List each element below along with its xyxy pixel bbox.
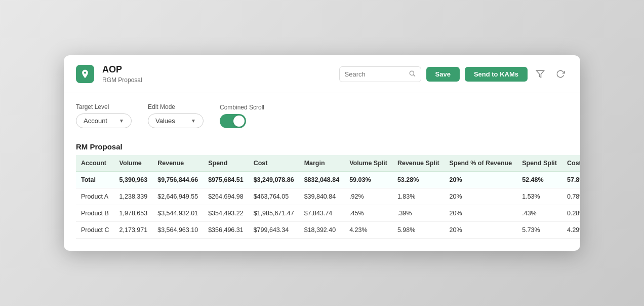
refresh-button[interactable] [553, 67, 568, 81]
col-header-volume: Volume [114, 155, 153, 172]
app-title: AOP [102, 64, 331, 75]
cell-r2-c9: .43% [517, 205, 562, 221]
cell-r1-c3: $264,694.98 [203, 188, 249, 205]
cell-r0-c6: 59.03% [344, 171, 392, 188]
combined-scroll-toggle[interactable] [220, 114, 246, 128]
cell-r2-c1: 1,978,653 [114, 205, 153, 221]
save-button[interactable]: Save [426, 67, 460, 82]
table-row: Product C2,173,971$3,564,963.10$356,496.… [76, 221, 580, 238]
data-table: Account Volume Revenue Spend Cost Margin… [76, 155, 580, 239]
cell-r1-c5: $39,840.84 [299, 188, 345, 205]
col-header-spend-pct: Spend % of Revenue [445, 155, 517, 172]
cell-r2-c4: $1,985,671.47 [249, 205, 299, 221]
edit-mode-label: Edit Mode [148, 103, 204, 110]
cell-r0-c2: $9,756,844.66 [152, 171, 203, 188]
col-header-volume-split: Volume Split [344, 155, 392, 172]
cell-r2-c2: $3,544,932.01 [152, 205, 203, 221]
cell-r3-c1: 2,173,971 [114, 221, 153, 238]
cell-r2-c8: 20% [445, 205, 517, 221]
cell-r3-c4: $799,643.34 [249, 221, 299, 238]
col-header-revenue-split: Revenue Split [392, 155, 445, 172]
cell-r1-c1: 1,238,339 [114, 188, 153, 205]
cell-r2-c3: $354,493.22 [203, 205, 249, 221]
target-level-group: Target Level Account ▼ [76, 103, 132, 128]
target-level-select[interactable]: Account ▼ [76, 113, 132, 128]
app-subtitle: RGM Proposal [102, 76, 331, 84]
chevron-down-icon-2: ▼ [191, 118, 196, 124]
cell-r3-c0: Product C [76, 221, 114, 238]
controls-row: Target Level Account ▼ Edit Mode Values … [64, 93, 580, 136]
cell-r0-c10: 57.89% [562, 171, 580, 188]
edit-mode-value: Values [155, 117, 175, 125]
header: AOP RGM Proposal Save Send to KAMs [64, 55, 580, 93]
col-header-cost-split: Cost Split [562, 155, 580, 172]
cell-r1-c0: Product A [76, 188, 114, 205]
cell-r2-c5: $7,843.74 [299, 205, 345, 221]
combined-scroll-group: Combined Scroll [220, 104, 264, 128]
table-row: Product A1,238,339$2,646,949.55$264,694.… [76, 188, 580, 205]
target-level-value: Account [84, 117, 107, 125]
header-titles: AOP RGM Proposal [102, 64, 331, 84]
edit-mode-select[interactable]: Values ▼ [148, 113, 204, 128]
cell-r3-c6: 4.23% [344, 221, 392, 238]
cell-r1-c6: .92% [344, 188, 392, 205]
svg-point-0 [410, 71, 414, 75]
chevron-down-icon: ▼ [119, 118, 124, 124]
send-to-kams-button[interactable]: Send to KAMs [465, 67, 528, 82]
edit-mode-group: Edit Mode Values ▼ [148, 103, 204, 128]
col-header-spend: Spend [203, 155, 249, 172]
section-title: RM Proposal [76, 136, 568, 155]
cell-r3-c10: 4.29% [562, 221, 580, 238]
cell-r3-c3: $356,496.31 [203, 221, 249, 238]
cell-r3-c9: 5.73% [517, 221, 562, 238]
cell-r3-c5: $18,392.40 [299, 221, 345, 238]
toggle-thumb [233, 116, 245, 127]
cell-r2-c0: Product B [76, 205, 114, 221]
col-header-revenue: Revenue [152, 155, 203, 172]
col-header-account: Account [76, 155, 114, 172]
target-level-label: Target Level [76, 103, 132, 110]
cell-r0-c7: 53.28% [392, 171, 445, 188]
cell-r0-c8: 20% [445, 171, 517, 188]
header-actions: Save Send to KAMs [339, 66, 569, 82]
cell-r1-c9: 1.53% [517, 188, 562, 205]
table-row: Total5,390,963$9,756,844.66$975,684.51$3… [76, 171, 580, 188]
cell-r2-c7: .39% [392, 205, 445, 221]
cell-r3-c7: 5.98% [392, 221, 445, 238]
filter-button[interactable] [533, 67, 548, 81]
cell-r3-c8: 20% [445, 221, 517, 238]
col-header-spend-split: Spend Split [517, 155, 562, 172]
modal-container: AOP RGM Proposal Save Send to KAMs [64, 55, 580, 251]
cell-r2-c10: 0.28% [562, 205, 580, 221]
cell-r0-c0: Total [76, 171, 114, 188]
cell-r1-c4: $463,764.05 [249, 188, 299, 205]
search-icon [409, 70, 416, 79]
table-row: Product B1,978,653$3,544,932.01$354,493.… [76, 205, 580, 221]
cell-r0-c9: 52.48% [517, 171, 562, 188]
cell-r0-c1: 5,390,963 [114, 171, 153, 188]
table-header-row: Account Volume Revenue Spend Cost Margin… [76, 155, 580, 172]
svg-line-1 [413, 74, 415, 76]
cell-r0-c4: $3,249,078.86 [249, 171, 299, 188]
cell-r1-c2: $2,646,949.55 [152, 188, 203, 205]
cell-r0-c3: $975,684.51 [203, 171, 249, 188]
cell-r2-c6: .45% [344, 205, 392, 221]
cell-r0-c5: $832,048.84 [299, 171, 345, 188]
cell-r3-c2: $3,564,963.10 [152, 221, 203, 238]
svg-marker-2 [537, 70, 544, 78]
col-header-margin: Margin [299, 155, 345, 172]
combined-scroll-label: Combined Scroll [220, 104, 264, 111]
cell-r1-c7: 1.83% [392, 188, 445, 205]
search-box [339, 66, 421, 82]
table-section: RM Proposal Account Volume Revenue Spend… [64, 136, 580, 251]
cell-r1-c8: 20% [445, 188, 517, 205]
cell-r1-c10: 0.78% [562, 188, 580, 205]
search-input[interactable] [345, 70, 406, 78]
app-icon [76, 65, 94, 83]
col-header-cost: Cost [249, 155, 299, 172]
